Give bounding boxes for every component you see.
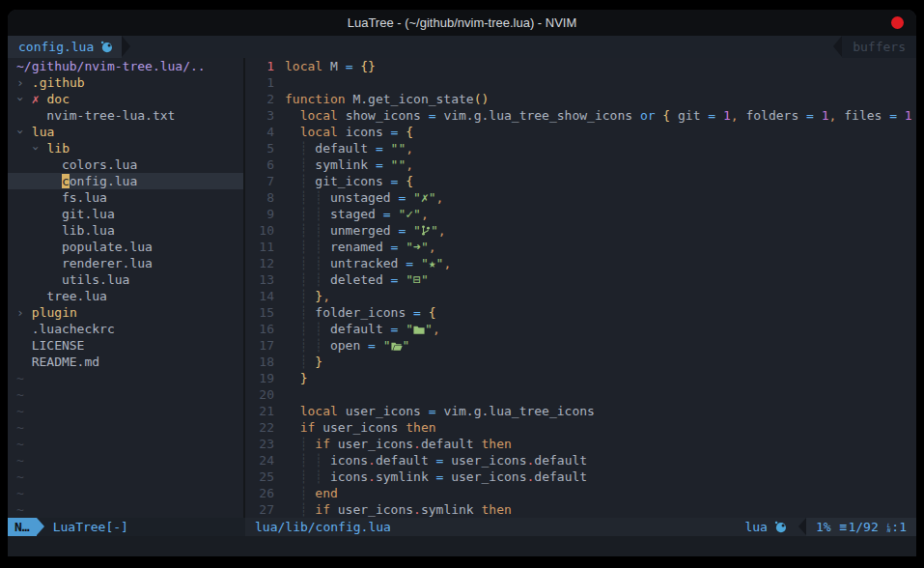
code-line[interactable]: 8 ┊ ┊ unstaged = "✗", [245,189,916,206]
line-number: 19 [245,370,274,386]
code-line[interactable]: 11 ┊ ┊ renamed = "➜", [245,239,916,255]
code-line[interactable]: 22 if user_icons then [245,419,916,436]
tree-item-lib[interactable]: › lib [8,140,243,156]
code-line[interactable]: 25 ┊ ┊ icons.symlink = user_icons.defaul… [245,469,916,485]
code-line[interactable]: 27 ┊ if user_icons.symlink then [245,501,916,518]
line-number: 17 [245,337,274,354]
empty-line-tilde: ~ [8,469,243,485]
code-line[interactable]: 12 ┊ ┊ untracked = "★", [245,255,916,271]
tree-item-nvim-tree-lua.txt[interactable]: nvim-tree-lua.txt [8,107,243,124]
statusline-tree-segment: N… LuaTree[-] [8,518,245,536]
code-line[interactable]: 13 ┊ ┊ deleted = "⊟" [245,271,916,288]
mode-indicator: N… [8,518,37,536]
tree-item-utils.lua[interactable]: utils.lua [8,271,243,288]
statusline-separator-icon [798,518,806,535]
command-line[interactable] [8,536,916,556]
line-number: 11 [245,239,274,255]
tree-item-fs.lua[interactable]: fs.lua [8,189,243,206]
code-line[interactable]: 19 } [245,370,916,386]
line-number: 14 [245,288,274,304]
code-line[interactable]: 10 ┊ ┊ unmerged = "", [245,222,916,239]
tree-window-name: LuaTree[-] [53,518,128,536]
line-position: 1/92 [848,518,878,536]
tree-item-.luacheckrc[interactable]: .luacheckrc [8,321,243,337]
cursor: c [62,174,70,188]
chevron-down-icon: › [13,96,29,103]
line-number: 7 [245,173,274,189]
line-number: 25 [245,469,274,485]
tree-item-githubnvim-tree.lua..[interactable]: ~/github/nvim-tree.lua/.. [8,58,243,74]
statusline: N… LuaTree[-] lua/lib/config.lua lua 1% … [8,518,916,536]
code-line[interactable]: 7 ┊ git_icons = { [245,173,916,189]
line-number: 12 [245,255,274,271]
tree-item-config.lua[interactable]: config.lua [8,173,243,189]
empty-line-tilde: ~ [8,386,243,403]
line-number: 10 [245,222,274,239]
ruler: 1% ≡ 1/92 LN :1 [806,518,916,536]
cursor-column: :1 [891,518,907,536]
code-line[interactable]: 21 local user_icons = vim.g.lua_tree_ico… [245,403,916,419]
nvim-window: LuaTree - (~/github/nvim-tree.lua) - NVI… [8,10,916,556]
filetype-label: lua [744,518,767,536]
code-line[interactable]: 24 ┊ ┊ icons.default = user_icons.defaul… [245,452,916,469]
tree-item-git.lua[interactable]: git.lua [8,206,243,222]
tab-config-lua[interactable]: config.lua [8,36,122,58]
folder-open-icon [391,338,403,353]
code-line[interactable]: 18 ┊ } [245,354,916,370]
tree-item-colors.lua[interactable]: colors.lua [8,156,243,173]
close-button[interactable] [891,16,904,29]
chevron-right-icon: › [16,74,24,91]
tree-item-populate.lua[interactable]: populate.lua [8,239,243,255]
code-line[interactable]: 17 ┊ ┊ open = "" [245,337,916,354]
tree-item-lua[interactable]: › lua [8,124,243,140]
tab-separator-icon [122,36,130,57]
code-line[interactable]: 1 [245,74,916,91]
lua-icon [774,518,787,536]
code-line[interactable]: 14 ┊ }, [245,288,916,304]
window-title: LuaTree - (~/github/nvim-tree.lua) - NVI… [348,15,577,30]
code-line[interactable]: 26 ┊ end [245,485,916,501]
current-file-path: lua/lib/config.lua [245,518,391,536]
main-area: ~/github/nvim-tree.lua/..› .github› ✗ do… [8,58,916,518]
tree-item-README.md[interactable]: README.md [8,354,243,370]
line-number: 8 [245,189,274,206]
buffers-label[interactable]: buffers [842,36,916,58]
tree-item-plugin[interactable]: › plugin [8,304,243,321]
titlebar: LuaTree - (~/github/nvim-tree.lua) - NVI… [8,10,916,36]
line-number: 1 [245,58,274,74]
tree-item-lib.lua[interactable]: lib.lua [8,222,243,239]
empty-line-tilde: ~ [8,370,243,386]
code-line[interactable]: 6 ┊ symlink = "", [245,156,916,173]
line-number: 5 [245,140,274,156]
code-line[interactable]: 9 ┊ ┊ staged = "✓", [245,206,916,222]
code-line[interactable]: 5 ┊ default = "", [245,140,916,156]
chevron-down-icon: › [27,145,43,153]
line-number: 4 [245,124,274,140]
git-dirty-icon: ✗ [32,92,40,106]
code-line[interactable]: 2function M.get_icon_state() [245,91,916,107]
line-number: 3 [245,107,274,124]
tree-item-.github[interactable]: › .github [8,74,243,91]
code-line[interactable]: 15 ┊ folder_icons = { [245,304,916,321]
line-number: 21 [245,403,274,419]
line-number: 15 [245,304,274,321]
tree-item-LICENSE[interactable]: LICENSE [8,337,243,354]
line-number: 23 [245,436,274,452]
code-line[interactable]: 23 ┊ if user_icons.default then [245,436,916,452]
code-line[interactable]: 3 local show_icons = vim.g.lua_tree_show… [245,107,916,124]
empty-line-tilde: ~ [8,501,243,518]
tree-item-tree.lua[interactable]: tree.lua [8,288,243,304]
code-line[interactable]: 20 [245,386,916,403]
tree-item-doc[interactable]: › ✗ doc [8,91,243,107]
empty-line-tilde: ~ [8,452,243,469]
line-number: 20 [245,386,274,403]
line-number: 18 [245,354,274,370]
code-line[interactable]: 16 ┊ ┊ default = "", [245,321,916,337]
code-line[interactable]: 1local M = {} [245,58,916,74]
tree-item-renderer.lua[interactable]: renderer.lua [8,255,243,271]
folder-icon [413,322,425,336]
line-number: 22 [245,419,274,436]
line-number: 16 [245,321,274,337]
lines-icon: ≡ [840,518,848,536]
code-line[interactable]: 4 local icons = { [245,124,916,140]
